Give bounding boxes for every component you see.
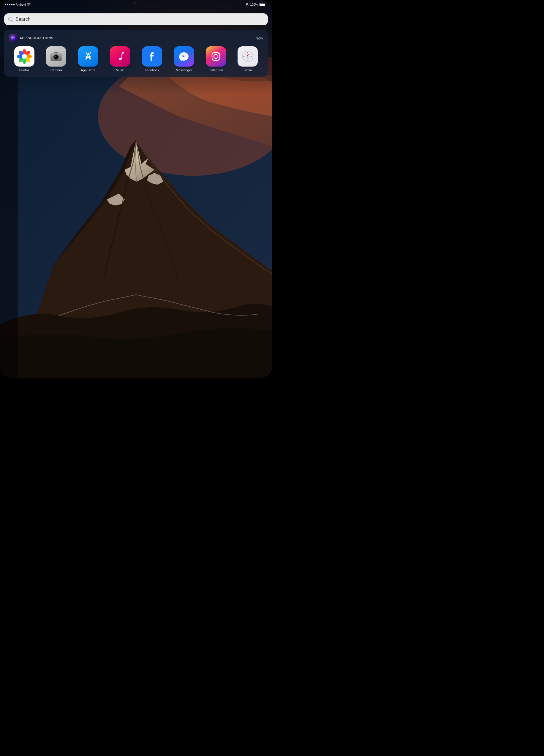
search-icon [8, 17, 13, 22]
app-item-camera[interactable]: Camera [41, 46, 72, 72]
signal-dot-2 [7, 4, 8, 5]
svg-rect-3 [0, 57, 272, 378]
app-item-messenger[interactable]: Messenger [169, 46, 200, 72]
search-container: Search [4, 13, 268, 25]
messenger-app-icon [174, 46, 194, 67]
svg-rect-4 [0, 57, 18, 378]
music-label: Music [116, 68, 124, 72]
photos-label: Photos [19, 68, 29, 72]
svg-rect-24 [86, 56, 91, 57]
camera-dot [133, 1, 136, 4]
appstore-label: App Store [81, 68, 95, 72]
svg-rect-26 [89, 52, 91, 55]
status-left: Android [5, 3, 31, 6]
music-app-icon [110, 46, 130, 67]
camera-label: Camera [51, 68, 62, 72]
app-item-facebook[interactable]: Facebook [137, 46, 168, 72]
svg-point-21 [55, 56, 58, 59]
svg-point-28 [214, 54, 218, 59]
suggestions-section-label: APP SUGGESTIONS [20, 36, 53, 40]
suggestions-time-label: Now [256, 36, 263, 40]
location-icon [245, 3, 248, 6]
svg-text:N: N [247, 52, 248, 53]
app-item-photos[interactable]: Photos [9, 46, 40, 72]
svg-rect-25 [86, 52, 87, 54]
svg-text:S: S [247, 59, 248, 61]
svg-rect-23 [52, 54, 53, 56]
signal-dots [5, 4, 15, 5]
mic-dot [138, 2, 139, 4]
app-item-instagram[interactable]: Instagram [201, 46, 231, 72]
appstore-app-icon [78, 46, 98, 67]
svg-text:W: W [243, 56, 245, 57]
photos-icon [14, 46, 34, 67]
suggestions-panel: APP SUGGESTIONS Now [4, 30, 268, 77]
signal-dot-4 [11, 4, 12, 5]
facebook-label: Facebook [145, 68, 159, 72]
messenger-label: Messenger [176, 68, 192, 72]
camera-bar [133, 1, 139, 4]
suggestions-header: APP SUGGESTIONS Now [9, 34, 263, 42]
signal-dot-5 [13, 4, 15, 5]
device-frame: Android 100% Search [0, 0, 272, 378]
app-item-safari[interactable]: N S E W Safari [233, 46, 264, 72]
instagram-label: Instagram [209, 68, 223, 72]
siri-icon [9, 34, 17, 42]
search-bar[interactable]: Search [4, 13, 268, 25]
apps-grid: Photos [9, 46, 263, 72]
camera-app-icon [46, 46, 66, 67]
facebook-app-icon [142, 46, 162, 67]
carrier-name: Android [16, 3, 26, 6]
app-item-music[interactable]: Music [105, 46, 136, 72]
status-right: 100% [245, 3, 267, 6]
wifi-icon [27, 3, 31, 6]
safari-label: Safari [244, 68, 252, 72]
instagram-app-icon [206, 46, 226, 67]
battery-fill [260, 4, 265, 6]
battery-icon [260, 3, 267, 6]
signal-dot-3 [9, 4, 10, 5]
safari-app-icon: N S E W [238, 46, 258, 67]
svg-point-22 [55, 56, 56, 57]
svg-point-5 [10, 35, 16, 41]
battery-tip [267, 4, 267, 5]
signal-dot-1 [5, 4, 6, 5]
app-item-appstore[interactable]: App Store [73, 46, 104, 72]
mountain-illustration [0, 57, 272, 378]
search-label: Search [15, 17, 31, 22]
battery-percent: 100% [250, 3, 258, 6]
svg-point-16 [22, 54, 27, 59]
svg-point-29 [218, 53, 219, 54]
suggestions-title-row: APP SUGGESTIONS [9, 34, 53, 42]
